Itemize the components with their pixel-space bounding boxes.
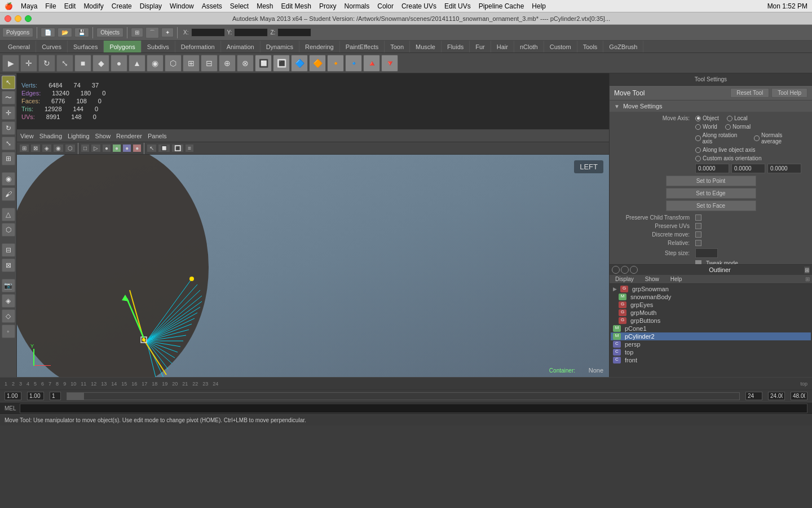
outliner-body[interactable]: ▶ G grpSnowman M snowmanBody G grpEyes G…: [610, 284, 812, 377]
outliner-icon[interactable]: ⊞: [803, 275, 812, 283]
vp-btn6[interactable]: □: [81, 144, 90, 152]
preserve-child-checkbox[interactable]: [695, 214, 701, 221]
ol-item-grpEyes[interactable]: G grpEyes: [611, 301, 811, 309]
radio-live-dot[interactable]: [695, 147, 701, 153]
menu-display[interactable]: Display: [140, 2, 162, 10]
menu-window[interactable]: Window: [170, 2, 194, 10]
tool-help-btn[interactable]: Tool Help: [771, 88, 807, 98]
shelf-tab-tools[interactable]: Tools: [577, 41, 604, 52]
shelf-tab-subdivs[interactable]: Subdivs: [142, 41, 175, 52]
vp-btn14[interactable]: 🔳: [171, 144, 184, 152]
select-tool[interactable]: ↖: [2, 76, 15, 89]
menu-proxy[interactable]: Proxy: [319, 2, 337, 10]
vp-menu-lighting[interactable]: Lighting: [68, 133, 90, 139]
shelf-icon-poly13[interactable]: 🔷: [291, 55, 308, 72]
y-field[interactable]: [234, 28, 268, 37]
status-field4[interactable]: [745, 392, 762, 400]
shelf-icon-poly7[interactable]: ⊞: [183, 55, 200, 72]
step-size-field[interactable]: 1.00: [695, 248, 718, 258]
lasso-tool[interactable]: 〜: [2, 91, 15, 104]
shelf-tab-surfaces[interactable]: Surfaces: [68, 41, 104, 52]
status-field3[interactable]: [50, 392, 61, 400]
grid2-btn[interactable]: ⊠: [2, 259, 15, 272]
sculpt-tool[interactable]: ⬡: [2, 223, 15, 237]
misc2-btn[interactable]: ◇: [2, 309, 15, 323]
ol-item-snowmanBody[interactable]: M snowmanBody: [611, 293, 811, 301]
menu-normals[interactable]: Normals: [345, 2, 370, 10]
polygons-dropdown[interactable]: Polygons: [2, 28, 33, 37]
ol-item-grpButtons[interactable]: G grpButtons: [611, 317, 811, 325]
shelf-tab-gozbrush[interactable]: GoZBrush: [603, 41, 643, 52]
transform-tool[interactable]: ⊞: [2, 152, 15, 165]
shelf-tab-dynamics[interactable]: Dynamics: [261, 41, 299, 52]
discrete-checkbox[interactable]: [695, 231, 701, 238]
3d-viewport[interactable]: LEFT Container: None X Y: [17, 155, 609, 377]
soft-select-tool[interactable]: ◉: [2, 172, 15, 186]
x-field[interactable]: [191, 28, 225, 37]
preserve-uvs-checkbox[interactable]: [695, 223, 701, 229]
vp-btn13[interactable]: 🔲: [158, 144, 170, 152]
close-button[interactable]: [5, 15, 11, 22]
shelf-icon-poly4[interactable]: ▲: [129, 55, 145, 72]
shelf-tab-painteffects[interactable]: PaintEffects: [340, 41, 385, 52]
vp-btn11[interactable]: ●: [133, 144, 142, 152]
tweak-checkbox[interactable]: [695, 260, 701, 264]
save-btn[interactable]: 💾: [74, 28, 89, 37]
menu-help[interactable]: Help: [532, 2, 546, 10]
shelf-tab-curves[interactable]: Curves: [36, 41, 68, 52]
outliner-tab-help[interactable]: Help: [665, 275, 688, 283]
shelf-icon-poly2[interactable]: ◆: [92, 55, 109, 72]
timeline-scrubber[interactable]: [67, 392, 740, 400]
vp-btn12[interactable]: ↖: [147, 144, 157, 152]
radio-rotation[interactable]: Along rotation axis: [695, 132, 746, 144]
radio-custom-dot[interactable]: [695, 156, 701, 161]
shelf-tab-general[interactable]: General: [2, 41, 36, 52]
vp-btn4[interactable]: ◉: [53, 144, 64, 152]
radio-rotation-dot[interactable]: [695, 135, 701, 141]
vp-menu-renderer[interactable]: Renderer: [116, 133, 142, 139]
shelf-icon-poly6[interactable]: ⬡: [165, 55, 182, 72]
shelf-icon-poly14[interactable]: 🔶: [309, 55, 326, 72]
objects-btn[interactable]: Objects: [96, 28, 123, 37]
status-field1[interactable]: [5, 392, 21, 400]
set-to-edge-btn[interactable]: Set to Edge: [666, 188, 756, 199]
menu-maya[interactable]: Maya: [21, 2, 37, 10]
radio-world[interactable]: World: [695, 124, 717, 130]
shelf-tab-hair[interactable]: Hair: [491, 41, 514, 52]
vp-menu-shading[interactable]: Shading: [39, 133, 62, 139]
shelf-tab-muscle[interactable]: Muscle: [410, 41, 442, 52]
menu-edit-mesh[interactable]: Edit Mesh: [281, 2, 311, 10]
vp-btn8[interactable]: ●: [102, 144, 111, 152]
shelf-icon-poly11[interactable]: 🔲: [255, 55, 272, 72]
vp-menu-show[interactable]: Show: [95, 133, 111, 139]
menu-color[interactable]: Color: [377, 2, 394, 10]
vp-btn9[interactable]: ●: [112, 144, 121, 152]
menu-pipeline-cache[interactable]: Pipeline Cache: [479, 2, 524, 10]
set-to-face-btn[interactable]: Set to Face: [666, 200, 756, 211]
shelf-icon-move[interactable]: ✛: [20, 55, 37, 72]
ol-item-persp[interactable]: C persp: [611, 340, 811, 348]
shelf-icon-poly8[interactable]: ⊟: [201, 55, 218, 72]
set-to-point-btn[interactable]: Set to Point: [666, 176, 756, 186]
minimize-button[interactable]: [15, 15, 21, 22]
tool-settings-scroll[interactable]: ▼ Move Settings Move Axis: Object Local: [610, 100, 812, 264]
misc1-btn[interactable]: ◈: [2, 294, 15, 308]
ol-item-pCylinder2[interactable]: M pCylinder2: [611, 332, 811, 340]
shelf-tab-custom[interactable]: Custom: [544, 41, 577, 52]
move-tool[interactable]: ✛: [2, 106, 15, 120]
outliner-circle2[interactable]: [621, 266, 629, 274]
status-field6[interactable]: [791, 392, 807, 400]
vp-btn7[interactable]: ▷: [91, 144, 101, 152]
apple-menu[interactable]: 🍎: [5, 2, 13, 10]
reset-tool-btn[interactable]: Reset Tool: [730, 88, 769, 98]
paint-tool[interactable]: 🖌: [2, 187, 15, 201]
shelf-tab-toon[interactable]: Toon: [385, 41, 410, 52]
vp-menu-panels[interactable]: Panels: [148, 133, 167, 139]
menu-select[interactable]: Select: [230, 2, 249, 10]
shelf-tab-fur[interactable]: Fur: [470, 41, 491, 52]
outliner-tab-show[interactable]: Show: [639, 275, 665, 283]
scale-tool[interactable]: ⤡: [2, 137, 15, 150]
artisan-tool[interactable]: △: [2, 208, 15, 221]
menu-assets[interactable]: Assets: [202, 2, 222, 10]
shelf-icon-poly18[interactable]: 🔻: [381, 55, 398, 72]
